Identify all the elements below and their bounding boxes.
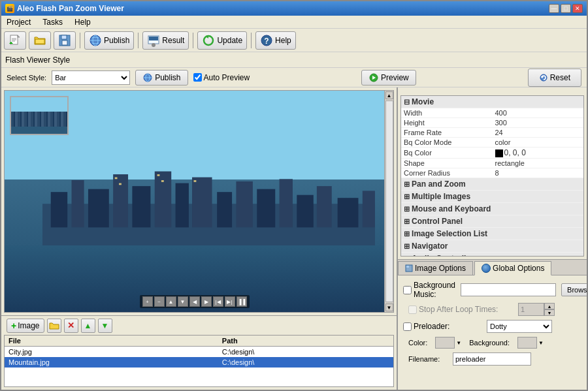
bg-music-label: Background Music: <box>414 281 455 299</box>
open-icon <box>33 34 46 47</box>
image-table: File Path City.jpg C:\design\ Mountain.j… <box>4 335 394 387</box>
svg-rect-38 <box>280 179 293 227</box>
separator-3 <box>193 33 193 48</box>
menu-help[interactable]: Help <box>72 17 93 27</box>
bg-color-swatch[interactable] <box>517 337 537 349</box>
scroll-up[interactable]: ▲ <box>385 91 393 99</box>
global-options-label: Global Options <box>493 264 544 273</box>
new-button[interactable] <box>4 31 26 50</box>
movie-group[interactable]: ⊟ Movie <box>401 96 583 108</box>
move-down-button[interactable]: ▼ <box>98 319 112 333</box>
style-bar-label: Flash Viewer Style <box>5 55 70 65</box>
table-row[interactable]: City.jpg C:\design\ <box>5 347 393 358</box>
publish-toolbar-button[interactable]: Publish <box>84 31 134 50</box>
preview-label: Preview <box>381 73 409 82</box>
next-btn[interactable]: ▶| <box>225 296 235 307</box>
auto-preview-checkbox[interactable] <box>193 73 202 82</box>
preview-button[interactable]: Preview <box>361 70 416 86</box>
tab-image-options[interactable]: Image Options <box>398 261 473 275</box>
play-btn[interactable]: ▐▐ <box>237 296 247 307</box>
minimize-button[interactable]: — <box>549 4 559 13</box>
path-cell: C:\design\ <box>218 347 393 358</box>
preloader-row: Preloader: Dotty <box>403 320 581 333</box>
publish-main-button[interactable]: Publish <box>135 70 188 86</box>
globe-icon <box>482 264 491 273</box>
publish-btn-icon <box>142 72 153 83</box>
audio-controller-group[interactable]: ⊞ Audio Controller <box>401 253 583 257</box>
nav-btn-3[interactable]: ◀ <box>189 296 200 307</box>
svg-rect-9 <box>62 40 67 45</box>
image-list-toolbar: + Image ✕ ▲ ▼ <box>1 315 397 335</box>
color-row: Color: ▼ Background: ▼ <box>403 337 581 349</box>
zoom-in-btn[interactable]: + <box>142 296 153 307</box>
prop-row: Bq Color Mode color <box>401 138 583 148</box>
result-label: Result <box>162 36 184 45</box>
bg-music-row: Background Music: Browse <box>403 281 581 299</box>
nav-btn-1[interactable]: ▲ <box>166 296 176 307</box>
result-button[interactable]: Result <box>142 31 189 50</box>
add-image-button[interactable]: + Image <box>7 319 44 333</box>
window-controls: — □ ✕ <box>549 4 583 13</box>
col-file: File <box>5 336 218 347</box>
loop-value-input[interactable] <box>518 303 544 316</box>
path-cell: C:\design\ <box>218 357 393 368</box>
browse-button[interactable]: Browse <box>561 283 587 296</box>
menu-tasks[interactable]: Tasks <box>40 17 65 27</box>
image-selection-group[interactable]: ⊞ Image Selection List <box>401 228 583 240</box>
maximize-button[interactable]: □ <box>561 4 571 13</box>
prop-value: 400 <box>493 108 584 118</box>
style-bar: Flash Viewer Style <box>1 52 587 68</box>
help-label: Help <box>275 36 291 45</box>
svg-rect-6 <box>35 39 44 44</box>
multiple-images-group[interactable]: ⊞ Multiple Images <box>401 191 583 203</box>
color-dropdown-arrow[interactable]: ▼ <box>456 340 461 346</box>
nav-btn-4[interactable]: ▶ <box>201 296 212 307</box>
spin-down-button[interactable]: ▼ <box>544 309 555 316</box>
svg-rect-42 <box>363 191 375 227</box>
publish-toolbar-label: Publish <box>104 36 129 45</box>
bg-color-dropdown-arrow[interactable]: ▼ <box>538 340 544 346</box>
spin-up-button[interactable]: ▲ <box>544 303 555 309</box>
scroll-down[interactable]: ▼ <box>385 304 393 311</box>
open-folder-button[interactable] <box>47 319 61 333</box>
table-row[interactable]: Mountain.jpg C:\design\ <box>5 357 393 368</box>
image-tab-icon <box>405 264 413 272</box>
file-cell: City.jpg <box>5 347 218 358</box>
svg-rect-49 <box>406 266 409 268</box>
help-button[interactable]: ? Help <box>255 31 296 50</box>
preloader-select[interactable]: Dotty <box>487 320 552 333</box>
reset-button[interactable]: Reset <box>528 69 581 87</box>
save-button[interactable] <box>54 31 76 50</box>
nav-btn-2[interactable]: ▼ <box>178 296 188 307</box>
bg-music-checkbox[interactable] <box>403 286 412 294</box>
zoom-out-btn[interactable]: − <box>154 296 165 307</box>
save-icon <box>58 34 71 47</box>
prop-name: Width <box>401 108 493 118</box>
pan-zoom-group[interactable]: ⊞ Pan and Zoom <box>401 178 583 191</box>
move-up-button[interactable]: ▲ <box>81 319 95 333</box>
bg-music-input[interactable] <box>461 283 556 296</box>
color-swatch[interactable] <box>435 337 455 349</box>
update-button[interactable]: Update <box>197 31 247 50</box>
title-bar: 🎬 Aleo Flash Pan Zoom Viewer — □ ✕ <box>1 1 587 16</box>
prev-btn[interactable]: |◀ <box>213 296 223 307</box>
filename-input[interactable] <box>453 352 531 366</box>
prop-row: Shape rectangle <box>401 159 583 168</box>
mouse-keyboard-group[interactable]: ⊞ Mouse and Keyboard <box>401 203 583 215</box>
close-button[interactable]: ✕ <box>572 4 583 13</box>
folder-icon <box>49 321 59 331</box>
loop-spinner: ▲ ▼ <box>518 303 555 316</box>
main-window: 🎬 Aleo Flash Pan Zoom Viewer — □ ✕ Proje… <box>0 0 588 391</box>
open-button[interactable] <box>29 31 51 50</box>
menu-project[interactable]: Project <box>4 17 33 27</box>
svg-point-16 <box>152 43 155 47</box>
delete-image-button[interactable]: ✕ <box>64 319 78 333</box>
tab-global-options[interactable]: Global Options <box>474 261 551 275</box>
preloader-checkbox[interactable] <box>403 322 412 331</box>
svg-rect-28 <box>72 180 84 227</box>
loop-checkbox[interactable] <box>408 305 417 314</box>
navigator-group[interactable]: ⊞ Navigator <box>401 240 583 253</box>
control-panel-group[interactable]: ⊞ Control Panel <box>401 215 583 228</box>
style-select[interactable]: Bar <box>52 70 130 85</box>
svg-rect-37 <box>257 189 275 227</box>
